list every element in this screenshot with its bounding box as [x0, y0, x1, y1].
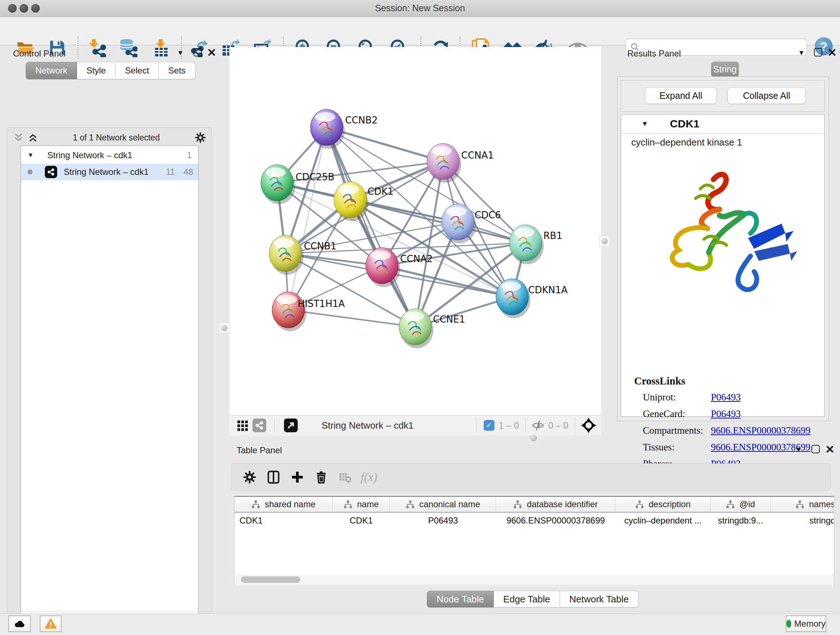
table-row[interactable]: CDK1CDK1P064939606.ENSP00000378699cyclin… [234, 513, 834, 529]
network-node-CCNA2[interactable] [366, 248, 400, 287]
gear-icon[interactable] [194, 131, 207, 144]
memory-button[interactable]: Memory [786, 616, 826, 632]
collapse-all-icon[interactable] [13, 132, 24, 143]
network-panel-box: 1 of 1 Network selected ▼ String Network… [7, 127, 212, 635]
table-cell[interactable]: stringdb [771, 513, 834, 529]
cdk1-expander-icon[interactable]: ▼ [641, 120, 648, 128]
column-header-@id[interactable]: @id [711, 497, 771, 512]
string-network-graph[interactable]: CCNB2CCNA1CDC25BCDK1CDC6RB1CCNB1CCNA2CDK… [229, 47, 601, 415]
statusbar-divider [0, 611, 840, 611]
crosslink-link[interactable]: P06493 [711, 392, 741, 404]
table-panel: Table Panel ▼ ✕ [221, 440, 840, 612]
column-header-canonical-name[interactable]: canonical name [390, 497, 496, 512]
birds-eye-view-icon[interactable] [581, 418, 596, 433]
left-splitter-handle[interactable] [219, 323, 230, 333]
string-results-container: Expand All Collapse All ▼ CDK1 cyclin–de… [617, 76, 829, 421]
table-panel-close-icon[interactable]: ✕ [825, 444, 835, 455]
network-node-CDC25B[interactable] [261, 165, 295, 204]
column-header-description[interactable]: description [615, 497, 711, 512]
table-cell[interactable]: P06493 [390, 513, 496, 529]
results-panel-close-icon[interactable]: ✕ [827, 47, 837, 58]
column-header-database-identifier[interactable]: database identifier [496, 497, 615, 512]
node-label-CDKN1A: CDKN1A [528, 285, 568, 295]
network-node-RB1[interactable] [509, 225, 544, 264]
table-settings-button[interactable] [238, 467, 262, 487]
cloud-button[interactable] [8, 616, 31, 632]
control-panel-close-icon[interactable]: ✕ [207, 47, 216, 58]
network-node-CDK1[interactable] [334, 182, 368, 221]
table-horizontal-scrollbar[interactable] [234, 575, 834, 585]
tab-sets[interactable]: Sets [159, 62, 195, 79]
column-header-name[interactable]: name [332, 497, 390, 512]
footer-separator [476, 418, 477, 432]
expand-collapse-box: Expand All Collapse All [621, 80, 825, 112]
network-edge[interactable] [327, 127, 415, 327]
crosslink-link[interactable]: 9606.ENSP00000378699 [711, 425, 810, 437]
network-node-HIST1H1A[interactable] [272, 292, 306, 331]
gene-description: cyclin–dependent kinase 1 [631, 137, 742, 148]
table-header-row: shared namenamecanonical namedatabase id… [234, 497, 834, 513]
network-view-canvas[interactable]: CCNB2CCNA1CDC25BCDK1CDC6RB1CCNB1CCNA2CDK… [229, 47, 601, 435]
network-node-CCNB2[interactable] [310, 109, 345, 149]
column-header-namespace[interactable]: namespace [771, 497, 834, 512]
network-share-icon[interactable] [253, 418, 266, 432]
tab-network-table[interactable]: Network Table [560, 591, 638, 608]
crosslink-link[interactable]: P06493 [711, 409, 741, 421]
scrollbar-thumb[interactable] [241, 576, 300, 583]
node-label-CDK1: CDK1 [368, 186, 393, 197]
table-cell[interactable]: CDK1 [332, 513, 390, 529]
network-collection-row[interactable]: ▼ String Network – cdk1 1 [21, 147, 198, 164]
tab-string[interactable]: String [711, 62, 739, 77]
delete-table-button[interactable] [333, 467, 357, 487]
tab-select[interactable]: Select [115, 62, 159, 79]
table-panel-float-icon[interactable] [812, 445, 820, 453]
table-toolbar: f(x) [231, 463, 831, 491]
tab-node-table[interactable]: Node Table [427, 591, 494, 608]
network-edge[interactable] [288, 127, 327, 310]
table-panel-title: Table Panel [237, 445, 282, 455]
node-label-CDC25B: CDC25B [295, 172, 334, 182]
tab-edge-table[interactable]: Edge Table [494, 591, 560, 608]
crosslink-label: Uniprot: [643, 392, 711, 404]
table-cell[interactable]: stringdb:9... [711, 513, 771, 529]
open-in-new-window-icon[interactable] [284, 418, 298, 432]
add-column-button[interactable] [286, 467, 309, 487]
network-row[interactable]: String Network – cdk1 11 48 [21, 164, 198, 180]
show-columns-button[interactable] [262, 467, 286, 487]
expand-all-button[interactable]: Expand All [645, 87, 717, 104]
crosslink-row: GeneCard:P06493 [643, 409, 816, 421]
node-label-CDC6: CDC6 [475, 210, 501, 220]
table-cell[interactable]: CDK1 [234, 513, 332, 529]
function-builder-button[interactable]: f(x) [357, 467, 381, 487]
table-panel-menu-icon[interactable]: ▼ [795, 446, 802, 454]
column-header-shared-name[interactable]: shared name [234, 497, 332, 512]
network-node-CCNE1[interactable] [399, 309, 433, 348]
column-header-label: namespace [809, 499, 834, 509]
collapse-all-button[interactable]: Collapse All [728, 87, 806, 104]
table-cell[interactable]: 9606.ENSP00000378699 [496, 513, 615, 529]
gene-name: CDK1 [670, 118, 699, 130]
results-panel-float-icon[interactable] [814, 48, 822, 57]
network-node-CDKN1A[interactable] [496, 279, 531, 318]
expand-all-icon[interactable] [27, 132, 38, 143]
hidden-eye-slash-icon[interactable] [531, 419, 545, 432]
results-panel-menu-icon[interactable]: ▼ [798, 49, 805, 57]
tab-style[interactable]: Style [77, 62, 115, 79]
selected-checkbox-icon[interactable]: ✓ [484, 420, 494, 431]
control-panel-float-icon[interactable] [194, 48, 202, 57]
network-edge[interactable] [288, 310, 415, 327]
delete-column-button[interactable] [309, 467, 333, 487]
grid-view-icon[interactable] [236, 418, 249, 432]
network-edge-count: 48 [183, 167, 193, 177]
network-tree: ▼ String Network – cdk1 1 String Network… [21, 146, 199, 635]
tab-network[interactable]: Network [26, 62, 77, 79]
network-node-CCNA1[interactable] [427, 143, 461, 183]
collection-expander-icon[interactable]: ▼ [27, 152, 34, 159]
column-header-label: name [357, 499, 379, 509]
node-label-CCNE1: CCNE1 [433, 314, 465, 325]
control-panel-menu-icon[interactable]: ▼ [177, 49, 184, 57]
warnings-button[interactable] [40, 616, 62, 632]
network-view-footer: String Network – cdk1 ✓ 1 – 0 0 – 0 [229, 415, 601, 435]
cdk1-card-header[interactable]: ▼ CDK1 [621, 114, 824, 134]
table-cell[interactable]: cyclin–dependent ... [615, 513, 711, 529]
